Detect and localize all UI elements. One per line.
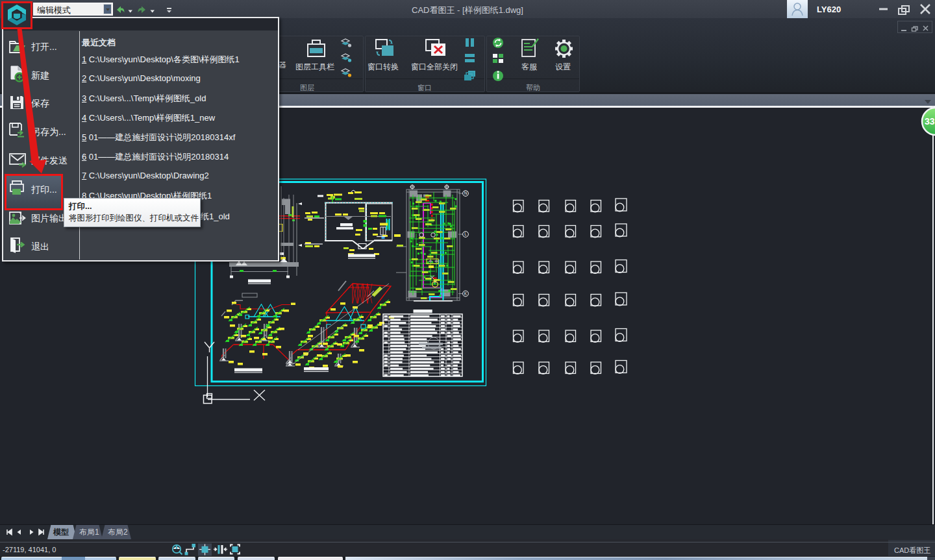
svg-text:K: K <box>464 291 468 296</box>
svg-text:N: N <box>464 191 468 195</box>
svg-text:L: L <box>464 232 467 236</box>
